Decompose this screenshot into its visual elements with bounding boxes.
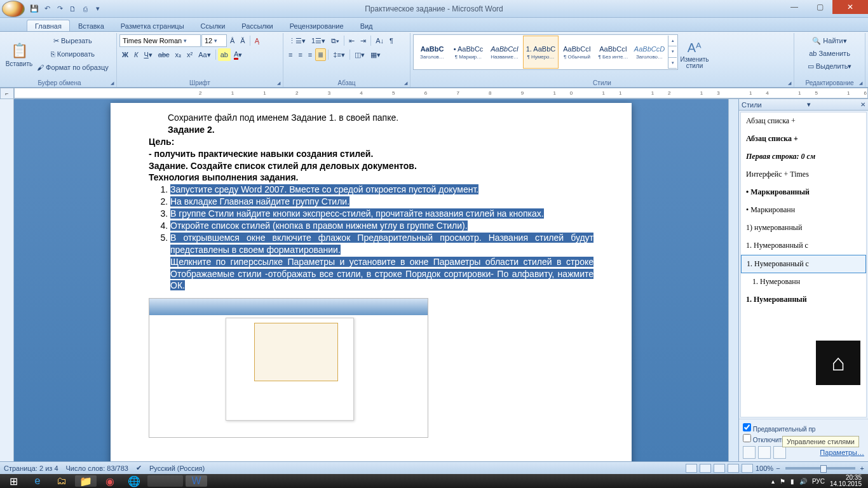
tab-references[interactable]: Ссылки	[193, 20, 234, 31]
show-marks-button[interactable]: ¶	[387, 34, 396, 47]
style-normal[interactable]: AaBbCcI¶ Обычный	[559, 36, 595, 69]
copy-button[interactable]: ⎘ Копировать	[34, 48, 111, 60]
style-entry[interactable]: 1. Нумерованный с	[741, 255, 866, 273]
tab-home[interactable]: Главная	[27, 20, 70, 31]
document-page[interactable]: Сохраните файл под именем Задание 1. в с…	[111, 103, 632, 461]
manage-styles-icon[interactable]	[773, 446, 786, 459]
tray-flag-icon[interactable]: ⚑	[780, 478, 785, 485]
taskbar-ie-icon[interactable]: e	[27, 475, 48, 487]
pane-close-icon[interactable]: ✕	[860, 101, 865, 108]
style-inspector-icon[interactable]	[758, 446, 771, 459]
font-color-button[interactable]: A▾	[231, 48, 245, 61]
tray-up-icon[interactable]: ▴	[771, 478, 775, 485]
clear-format-button[interactable]: Ą	[252, 34, 262, 47]
close-button[interactable]: ✕	[832, 0, 868, 14]
subscript-button[interactable]: x₂	[173, 48, 184, 61]
paste-button[interactable]: 📋 Вставить	[5, 34, 33, 75]
style-entry[interactable]: 1. Нумерованный с	[741, 237, 866, 255]
qat-customize-icon[interactable]: ▾	[92, 3, 104, 15]
qat-new-icon[interactable]: 🗋	[67, 3, 78, 15]
underline-button[interactable]: Ч▾	[141, 48, 154, 61]
options-link[interactable]: Параметры…	[820, 449, 864, 456]
grow-font-button[interactable]: Â	[227, 34, 237, 47]
taskbar-folder-icon[interactable]: 📁	[75, 475, 97, 487]
ruler-toggle[interactable]: ⌐	[0, 88, 14, 99]
full-screen-view[interactable]	[700, 464, 711, 473]
change-styles-button[interactable]: Aᴬ Изменить стили	[681, 34, 709, 75]
borders-button[interactable]: ▦▾	[368, 48, 383, 61]
style-entry[interactable]: Интерфейс + Times	[741, 166, 866, 184]
minimize-button[interactable]: ―	[782, 0, 807, 14]
zoom-out-button[interactable]: −	[776, 464, 780, 472]
align-left-button[interactable]: ≡	[286, 48, 295, 61]
style-entry[interactable]: • Маркированный	[741, 184, 866, 201]
multilevel-button[interactable]: ⧉▾	[329, 34, 342, 47]
maximize-button[interactable]: ▢	[807, 0, 832, 14]
justify-button[interactable]: ≣	[315, 48, 326, 61]
tab-insert[interactable]: Вставка	[70, 20, 112, 31]
strike-button[interactable]: abc	[156, 48, 172, 61]
format-painter-button[interactable]: 🖌 Формат по образцу	[34, 61, 111, 74]
pane-dropdown-icon[interactable]: ▾	[807, 100, 811, 109]
shading-button[interactable]: ◫▾	[352, 48, 367, 61]
qat-save-icon[interactable]: 💾	[29, 3, 40, 15]
sort-button[interactable]: A↓	[373, 34, 386, 47]
change-case-button[interactable]: Aa▾	[196, 48, 213, 61]
style-numbered[interactable]: 1. AaBbC¶ Нумеро…	[523, 36, 559, 69]
tray-clock[interactable]: 20:3514.10.2015	[830, 475, 862, 487]
start-button[interactable]: ⊞	[3, 475, 24, 487]
tray-volume-icon[interactable]: 🔊	[799, 478, 807, 485]
document-viewport[interactable]: Сохраните файл под именем Задание 1. в с…	[14, 99, 728, 461]
print-layout-view[interactable]	[686, 464, 697, 473]
replace-button[interactable]: ab Заменить	[797, 47, 862, 60]
style-nospacing[interactable]: AaBbCcI¶ Без инте…	[595, 36, 631, 69]
outline-view[interactable]	[728, 464, 739, 473]
horizontal-ruler[interactable]: 2 1 1 2 3 4 5 6 7 8 9 10 11 12 13 14 15 …	[14, 88, 868, 98]
windows-share-charm[interactable]: ⌂	[816, 341, 860, 385]
taskbar-chrome-icon[interactable]: 🌐	[123, 475, 145, 487]
vertical-ruler[interactable]	[0, 99, 14, 461]
outdent-button[interactable]: ⇤	[346, 34, 357, 47]
style-bullet[interactable]: • AaBbCc¶ Маркир…	[451, 36, 486, 69]
bullets-button[interactable]: ⋮☰▾	[286, 34, 308, 47]
font-name-combo[interactable]: Times New Roman	[119, 34, 201, 47]
style-entry[interactable]: Первая строка: 0 см	[741, 148, 866, 166]
shrink-font-button[interactable]: Ă	[238, 34, 247, 47]
indent-button[interactable]: ⇥	[358, 34, 369, 47]
superscript-button[interactable]: x²	[184, 48, 195, 61]
office-button[interactable]	[2, 1, 25, 17]
style-entry[interactable]: • Маркированн	[741, 201, 866, 219]
taskbar-explorer-icon[interactable]: 🗂	[51, 475, 72, 487]
align-right-button[interactable]: ≡	[306, 48, 315, 61]
select-button[interactable]: ▭ Выделить▾	[797, 60, 862, 72]
preview-checkbox[interactable]: Предварительный пр	[743, 423, 864, 433]
style-gallery[interactable]: AaBbCЗаголов… • AaBbCc¶ Маркир… AaBbCcIН…	[413, 34, 678, 70]
numbering-button[interactable]: 1☰▾	[309, 34, 328, 47]
tray-language[interactable]: РУС	[812, 478, 825, 485]
style-entry[interactable]: Абзац списка +	[741, 112, 866, 130]
tray-network-icon[interactable]: ▮	[790, 478, 794, 485]
zoom-slider[interactable]	[785, 467, 855, 470]
web-layout-view[interactable]	[714, 464, 725, 473]
word-count[interactable]: Число слов: 83/783	[66, 464, 128, 472]
style-heading[interactable]: AaBbCЗаголов…	[414, 36, 450, 69]
font-size-combo[interactable]: 12	[201, 34, 227, 47]
zoom-percent[interactable]: 100%	[756, 464, 773, 472]
taskbar-thumb1[interactable]	[147, 475, 183, 487]
style-entry[interactable]: 1) нумерованный	[741, 219, 866, 237]
style-entry[interactable]: 1. Нумерованн	[741, 273, 866, 291]
style-title[interactable]: AaBbCcIНазвание…	[487, 36, 522, 69]
tab-mailings[interactable]: Рассылки	[233, 20, 281, 31]
cut-button[interactable]: ✂ Вырезать	[34, 34, 111, 47]
line-spacing-button[interactable]: ‡≡▾	[330, 48, 348, 61]
gallery-scroll[interactable]: ▴▾▾	[668, 36, 677, 69]
italic-button[interactable]: К	[132, 48, 140, 61]
draft-view[interactable]	[742, 464, 753, 473]
tab-layout[interactable]: Разметка страницы	[112, 20, 193, 31]
vertical-scrollbar[interactable]	[728, 99, 738, 461]
qat-undo-icon[interactable]: ↶	[41, 3, 53, 15]
zoom-in-button[interactable]: +	[860, 464, 864, 472]
tab-review[interactable]: Рецензирование	[281, 20, 352, 31]
tab-view[interactable]: Вид	[352, 20, 381, 31]
align-center-button[interactable]: ≡	[295, 48, 304, 61]
